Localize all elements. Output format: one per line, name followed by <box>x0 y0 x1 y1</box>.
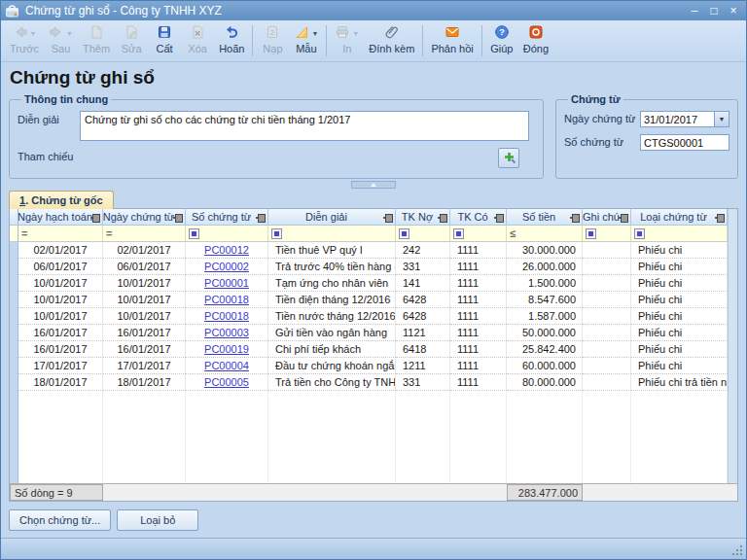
column-header[interactable]: Ghi chú <box>583 209 631 226</box>
pin-icon[interactable] <box>256 214 266 222</box>
table-row[interactable]: 16/01/201716/01/2017PC00003Gửi tiền vào … <box>10 325 728 341</box>
filter-cell[interactable] <box>186 226 268 242</box>
empty-grid-area <box>450 391 507 483</box>
voucher-link[interactable]: PC00004 <box>204 360 249 371</box>
titlebar: Chứng từ ghi sổ - Công ty TNHH XYZ – □ × <box>1 1 746 20</box>
voucher-link[interactable]: PC00018 <box>204 294 249 305</box>
minimize-button[interactable]: – <box>686 4 703 18</box>
close-button[interactable]: Đóng <box>518 22 553 60</box>
general-info-group-label: Thông tin chung <box>21 93 111 105</box>
maximize-button[interactable]: □ <box>705 4 723 18</box>
filter-operator[interactable]: ≤ <box>510 228 516 239</box>
column-header[interactable]: TK Có <box>450 209 507 226</box>
undo-button[interactable]: Hoãn <box>214 22 249 60</box>
voucher-link[interactable]: PC00002 <box>204 261 249 272</box>
voucher-link[interactable]: PC00019 <box>204 343 249 355</box>
pin-icon[interactable] <box>494 214 504 222</box>
splitter-collapse-handle[interactable] <box>351 181 396 189</box>
pin-icon[interactable] <box>438 214 447 222</box>
table-row[interactable]: 10/01/201710/01/2017PC00001Tạm ứng cho n… <box>10 275 728 292</box>
table-row[interactable]: 16/01/201716/01/2017PC00019Chi phí tiếp … <box>10 341 728 358</box>
filter-cell[interactable]: = <box>103 226 186 242</box>
toolbar-separator <box>326 25 327 56</box>
column-header[interactable]: Số tiền <box>507 209 583 226</box>
voucher-link[interactable]: PC00005 <box>204 376 249 388</box>
column-header[interactable]: Diễn giải <box>268 209 396 226</box>
column-header[interactable]: Loại chứng từ <box>631 209 728 226</box>
save-button[interactable]: Cất <box>148 22 181 60</box>
filter-cell[interactable]: ≤ <box>507 226 583 242</box>
voucher-link[interactable]: PC00018 <box>204 310 249 322</box>
filter-box-icon[interactable] <box>189 228 199 239</box>
table-row[interactable]: 02/01/201702/01/2017PC00012Tiền thuê VP … <box>10 242 728 259</box>
tham-chieu-label: Tham chiếu <box>18 148 80 162</box>
voucher-link[interactable]: PC00003 <box>204 327 249 338</box>
dien-giai-input[interactable]: Chứng từ ghi sổ cho các chứng từ chi tiề… <box>80 111 529 141</box>
row-indicator <box>10 341 18 358</box>
add-reference-button[interactable] <box>498 148 519 168</box>
cell: 10/01/2017 <box>103 292 186 308</box>
choose-voucher-button[interactable]: Chọn chứng từ... <box>9 509 111 531</box>
pin-icon[interactable] <box>715 214 725 222</box>
table-row[interactable]: 06/01/201706/01/2017PC00002Trả trước 40%… <box>10 259 728 275</box>
template-icon <box>294 24 309 42</box>
cell: 16/01/2017 <box>18 341 103 358</box>
column-header[interactable]: Ngày hạch toán <box>18 209 103 226</box>
table-row[interactable]: 10/01/201710/01/2017PC00018Tiền nước thá… <box>10 308 728 325</box>
table-row[interactable]: 17/01/201717/01/2017PC00004Đầu tư chứng … <box>10 358 728 374</box>
cell: Phiếu chi <box>631 292 728 308</box>
column-header[interactable]: Số chứng từ <box>186 209 268 226</box>
save-icon <box>157 24 172 42</box>
column-header[interactable]: Ngày chứng từ <box>103 209 186 226</box>
filter-box-icon[interactable] <box>634 228 645 239</box>
paperclip-button[interactable]: Đính kèm <box>364 22 419 60</box>
chevron-down-icon[interactable]: ▼ <box>714 112 729 126</box>
filter-box-icon[interactable] <box>453 228 464 239</box>
close-button[interactable]: × <box>725 4 742 18</box>
dropdown-caret-icon[interactable]: ▼ <box>311 30 318 37</box>
cell: Đầu tư chứng khoán ngắn h <box>268 358 396 374</box>
filter-cell[interactable] <box>450 226 507 242</box>
filter-cell[interactable] <box>396 226 450 242</box>
reload-document-button: 2Nạp <box>256 22 289 60</box>
filter-operator[interactable]: = <box>106 228 112 239</box>
pin-icon[interactable] <box>173 214 183 222</box>
template-button[interactable]: ▼Mẫu <box>289 22 323 60</box>
cell: Gửi tiền vào ngân hàng <box>268 325 396 341</box>
edit-document-icon <box>124 24 139 42</box>
filter-box-icon[interactable] <box>586 228 596 239</box>
table-row[interactable]: 18/01/201718/01/2017PC00005Trả tiền cho … <box>10 374 728 391</box>
printer-icon <box>335 24 350 42</box>
feedback-envelope-button[interactable]: Phản hồi <box>426 22 478 60</box>
remove-button[interactable]: Loại bỏ <box>117 509 198 531</box>
filter-cell[interactable]: = <box>18 226 103 242</box>
cell: PC00018 <box>186 292 268 308</box>
filter-box-icon[interactable] <box>399 228 409 239</box>
voucher-link[interactable]: PC00001 <box>204 277 249 289</box>
help-button[interactable]: ?Giúp <box>485 22 518 60</box>
pin-icon[interactable] <box>90 214 100 222</box>
voucher-date-picker[interactable]: 31/01/2017 ▼ <box>640 111 729 127</box>
cell: 10/01/2017 <box>18 308 103 325</box>
svg-text:2: 2 <box>270 28 275 37</box>
filter-cell[interactable] <box>268 226 396 242</box>
column-header-label: Ghi chú <box>583 211 620 223</box>
tab-chung-tu-goc[interactable]: 1. Chứng từ gốc <box>9 191 114 209</box>
filter-box-icon[interactable] <box>271 228 282 239</box>
voucher-link[interactable]: PC00012 <box>204 244 249 256</box>
voucher-number-input[interactable]: CTGS00001 <box>640 134 729 151</box>
filter-operator[interactable]: = <box>21 228 27 239</box>
pin-icon[interactable] <box>570 214 580 222</box>
pin-icon[interactable] <box>383 214 393 222</box>
vertical-scrollbar[interactable] <box>728 209 737 483</box>
resize-grip[interactable] <box>731 544 742 555</box>
filter-cell[interactable] <box>583 226 631 242</box>
toolbar-button-label: Sửa <box>122 43 142 54</box>
column-header-label: Ngày hạch toán <box>18 211 92 223</box>
filter-cell[interactable] <box>631 226 728 242</box>
column-header[interactable]: TK Nợ <box>396 209 450 226</box>
pin-icon[interactable] <box>619 214 628 222</box>
toolbar-separator <box>481 25 482 56</box>
cell: 26.000.000 <box>507 259 583 275</box>
table-row[interactable]: 10/01/201710/01/2017PC00018Tiền điện thá… <box>10 292 728 308</box>
